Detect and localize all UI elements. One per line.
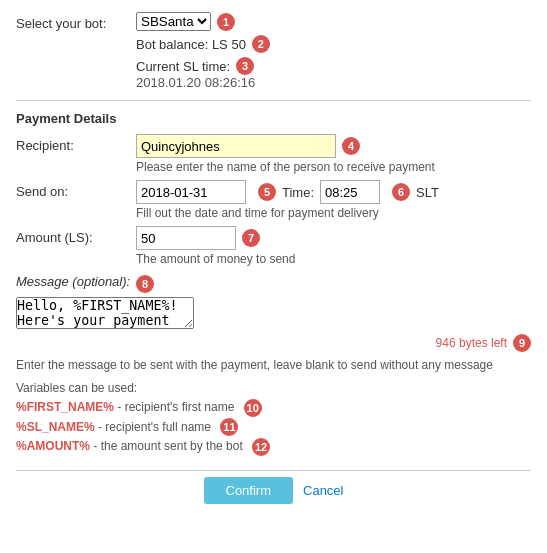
- cancel-link[interactable]: Cancel: [303, 477, 343, 504]
- vars-intro: Variables can be used:: [16, 379, 531, 398]
- message-section: Message (optional): 8 Hello, %FIRST_NAME…: [16, 274, 531, 456]
- var-item-3: %AMOUNT% - the amount sent by the bot 12: [16, 437, 531, 456]
- bot-select-content: SBSanta 1 Bot balance: LS 50 2 Current S…: [136, 12, 531, 90]
- var-name-1: %FIRST_NAME%: [16, 400, 114, 414]
- send-on-row: Send on: 5 Time: 6 SLT Fill out the date…: [16, 180, 531, 220]
- var-badge-3: 12: [252, 438, 270, 456]
- current-sl-time-label: Current SL time:: [136, 59, 230, 74]
- amount-content: 7 The amount of money to send: [136, 226, 531, 266]
- current-sl-time-block: Current SL time: 3 2018.01.20 08:26:16: [136, 57, 531, 90]
- message-textarea[interactable]: Hello, %FIRST_NAME%! Here's your payment…: [16, 297, 194, 329]
- send-on-content: 5 Time: 6 SLT Fill out the date and time…: [136, 180, 531, 220]
- time-input[interactable]: [320, 180, 380, 204]
- amount-label: Amount (LS):: [16, 226, 136, 245]
- recipient-row: Recipient: 4 Please enter the name of th…: [16, 134, 531, 174]
- bottom-buttons: Confirm Cancel: [16, 470, 531, 504]
- message-label: Message (optional):: [16, 274, 130, 289]
- message-label-row: Message (optional): 8: [16, 274, 531, 293]
- message-hint: Enter the message to be sent with the pa…: [16, 356, 531, 375]
- var-item-1: %FIRST_NAME% - recipient's first name 10: [16, 398, 531, 417]
- bot-select-row: Select your bot: SBSanta 1 Bot balance: …: [16, 12, 531, 90]
- amount-row: Amount (LS): 7 The amount of money to se…: [16, 226, 531, 266]
- bot-select-badge: 1: [217, 13, 235, 31]
- time-label: Time:: [282, 185, 314, 200]
- date-time-row: 5 Time: 6 SLT: [136, 180, 531, 204]
- recipient-content: 4 Please enter the name of the person to…: [136, 134, 531, 174]
- date-input[interactable]: [136, 180, 246, 204]
- amount-hint: The amount of money to send: [136, 252, 531, 266]
- current-sl-time-value: 2018.01.20 08:26:16: [136, 75, 531, 90]
- var-desc-3: - the amount sent by the bot: [93, 439, 242, 453]
- divider-1: [16, 100, 531, 101]
- current-sl-time-badge: 3: [236, 57, 254, 75]
- bytes-badge: 9: [513, 334, 531, 352]
- confirm-button[interactable]: Confirm: [204, 477, 294, 504]
- recipient-badge: 4: [342, 137, 360, 155]
- slt-label: SLT: [416, 185, 439, 200]
- send-on-label: Send on:: [16, 180, 136, 199]
- var-desc-2: - recipient's full name: [98, 420, 211, 434]
- recipient-hint: Please enter the name of the person to r…: [136, 160, 531, 174]
- time-badge: 6: [392, 183, 410, 201]
- send-on-hint: Fill out the date and time for payment d…: [136, 206, 531, 220]
- bot-select-label: Select your bot:: [16, 12, 136, 31]
- var-desc-1: - recipient's first name: [117, 400, 234, 414]
- var-name-3: %AMOUNT%: [16, 439, 90, 453]
- bytes-left-text: 946 bytes left: [436, 336, 507, 350]
- var-item-2: %SL_NAME% - recipient's full name 11: [16, 418, 531, 437]
- date-badge: 5: [258, 183, 276, 201]
- message-badge: 8: [136, 275, 154, 293]
- var-badge-1: 10: [244, 399, 262, 417]
- section-title: Payment Details: [16, 111, 531, 126]
- bot-select-dropdown[interactable]: SBSanta: [136, 12, 211, 31]
- amount-input[interactable]: [136, 226, 236, 250]
- recipient-input[interactable]: [136, 134, 336, 158]
- amount-badge: 7: [242, 229, 260, 247]
- recipient-label: Recipient:: [16, 134, 136, 153]
- bytes-row: 946 bytes left 9: [16, 334, 531, 352]
- bot-balance-text: Bot balance: LS 50: [136, 37, 246, 52]
- var-name-2: %SL_NAME%: [16, 420, 95, 434]
- bot-balance-badge: 2: [252, 35, 270, 53]
- var-badge-2: 11: [220, 418, 238, 436]
